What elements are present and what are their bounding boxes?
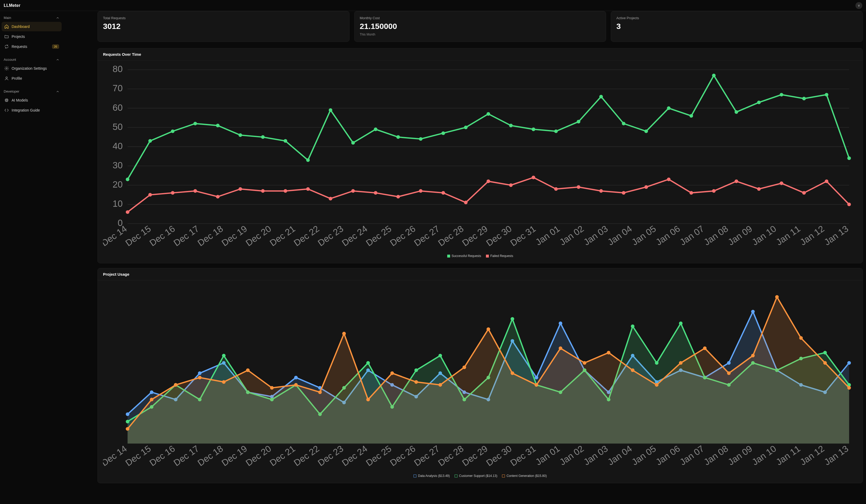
svg-point-82 [735,180,738,183]
svg-point-31 [329,108,332,112]
sidebar: MainDashboardProjectsRequests26AccountOr… [0,11,63,504]
svg-point-207 [751,354,755,357]
svg-point-0 [6,68,7,69]
nav-label: Integration Guide [12,108,59,112]
svg-text:Jan 04: Jan 04 [606,444,634,467]
svg-text:Dec 28: Dec 28 [436,444,465,468]
main-content: Total Requests 3012 Monthly Cost 21.1500… [63,11,866,504]
svg-rect-2 [5,99,8,102]
sidebar-item-profile[interactable]: Profile [2,74,62,83]
svg-point-199 [559,346,562,350]
svg-point-184 [198,376,201,379]
svg-point-197 [511,371,514,375]
svg-point-28 [261,135,265,139]
section-title: Developer [4,90,19,93]
svg-text:Dec 18: Dec 18 [196,224,225,248]
chart-legend: Successful RequestsFailed Requests [103,254,857,258]
sidebar-section-header[interactable]: Account [2,56,62,63]
svg-text:Dec 26: Dec 26 [388,444,418,468]
svg-point-1 [6,77,7,78]
svg-point-36 [442,131,445,135]
sidebar-item-dashboard[interactable]: Dashboard [2,22,62,31]
svg-point-187 [270,386,274,390]
sidebar-item-projects[interactable]: Projects [2,32,62,41]
svg-point-62 [284,189,287,193]
card-total-requests: Total Requests 3012 [98,11,349,42]
svg-text:Jan 03: Jan 03 [582,444,610,467]
section-title: Main [4,16,11,20]
svg-text:40: 40 [113,141,123,151]
svg-point-30 [306,158,310,162]
nav-label: Dashboard [12,24,59,29]
card-value: 3012 [103,22,344,31]
svg-text:Dec 14: Dec 14 [103,444,129,468]
avatar[interactable]: v [855,2,862,9]
svg-point-189 [318,390,322,394]
svg-point-200 [583,361,587,365]
svg-text:Dec 15: Dec 15 [123,444,153,468]
svg-point-53 [825,93,828,96]
svg-text:50: 50 [113,122,123,132]
code-icon [4,108,9,113]
svg-text:Jan 07: Jan 07 [678,224,706,247]
svg-point-64 [329,197,332,201]
chevron-up-icon [56,90,59,93]
svg-point-160 [366,361,370,365]
svg-text:Jan 03: Jan 03 [582,224,610,247]
svg-point-210 [823,361,827,365]
svg-text:Dec 25: Dec 25 [364,224,393,248]
svg-point-195 [463,365,466,369]
svg-text:Dec 17: Dec 17 [172,224,201,248]
svg-text:Dec 22: Dec 22 [292,444,321,468]
nav-badge: 26 [52,44,59,49]
svg-text:Dec 22: Dec 22 [292,224,321,248]
svg-point-59 [216,195,220,198]
svg-point-52 [802,97,806,101]
svg-point-209 [799,336,803,340]
svg-point-80 [689,191,693,195]
folder-icon [4,34,9,39]
svg-point-83 [757,187,761,191]
svg-point-65 [351,189,355,193]
svg-text:Dec 17: Dec 17 [172,444,201,468]
svg-text:60: 60 [113,103,123,113]
sidebar-item-requests[interactable]: Requests26 [2,42,62,51]
svg-point-136 [535,376,539,379]
svg-point-87 [847,203,851,206]
app-brand: LLMeter [4,3,21,8]
panel-requests-over-time: Requests Over Time 01020304050607080Dec … [98,48,863,263]
legend-item: Failed Requests [486,254,513,258]
svg-point-166 [511,317,514,321]
sidebar-section-header[interactable]: Developer [2,87,62,95]
svg-point-34 [396,135,400,139]
svg-point-206 [727,371,731,375]
sidebar-item-ai-models[interactable]: AI Models [2,95,62,105]
sidebar-item-organization-settings[interactable]: Organization Settings [2,64,62,73]
svg-text:Jan 11: Jan 11 [774,444,802,467]
svg-point-39 [509,124,513,127]
legend-swatch [413,474,417,478]
svg-point-35 [419,137,422,141]
legend-swatch [455,474,457,478]
nav-label: Profile [12,76,59,80]
svg-point-183 [174,383,178,387]
svg-text:Dec 25: Dec 25 [364,444,393,468]
panel-body: 01020304050607080Dec 14Dec 15Dec 16Dec 1… [98,60,863,263]
sidebar-item-integration-guide[interactable]: Integration Guide [2,105,62,115]
nav-label: AI Models [12,98,59,102]
svg-point-149 [847,361,851,365]
svg-text:Dec 18: Dec 18 [196,444,225,468]
svg-point-60 [238,187,242,191]
svg-text:Dec 16: Dec 16 [147,224,177,248]
svg-point-145 [751,310,755,313]
svg-text:Jan 12: Jan 12 [798,444,826,467]
section-title: Account [4,58,16,61]
sidebar-section-header[interactable]: Main [2,14,62,21]
svg-point-198 [535,383,539,387]
nav-label: Requests [12,44,49,49]
svg-point-208 [775,295,779,299]
card-label: Monthly Cost [360,16,601,20]
svg-point-119 [126,412,130,416]
svg-point-50 [757,101,761,104]
svg-text:Dec 31: Dec 31 [508,224,537,248]
